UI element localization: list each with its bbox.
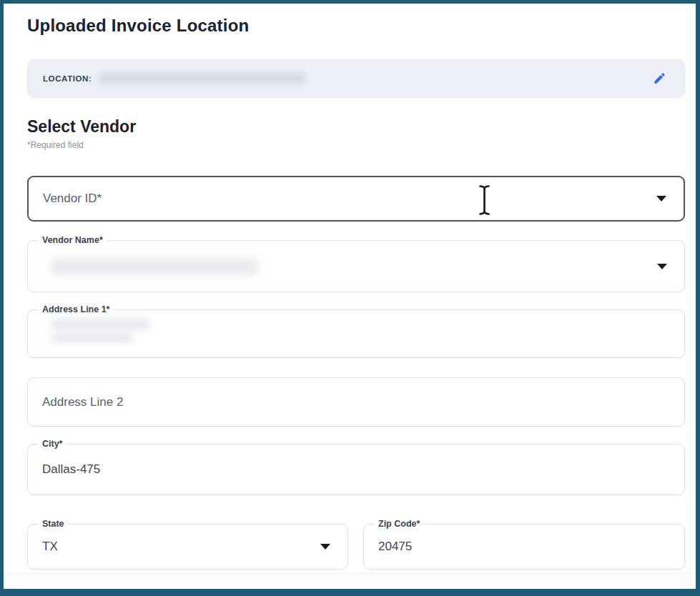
city-field[interactable]: City* Dallas-475 [27,444,685,495]
section-title: Select Vendor [27,117,685,136]
state-label: State [38,518,69,530]
vendor-id-label: Vendor ID* [43,192,102,206]
address-line-1-label: Address Line 1* [38,304,114,316]
zip-code-value: 20475 [378,540,412,554]
bottom-strip [4,573,692,586]
vendor-name-value-redacted [51,258,258,275]
chevron-down-icon [657,263,667,269]
address-line-2-placeholder: Address Line 2 [42,395,123,409]
state-value: TX [42,540,58,554]
page-title: Uploaded Invoice Location [27,16,685,36]
zip-code-field[interactable]: Zip Code* 20475 [363,524,685,570]
chevron-down-icon [320,544,330,550]
address-line-1-field[interactable]: Address Line 1* [27,309,685,358]
required-field-note: *Required field [27,140,685,150]
location-bar: LOCATION: [27,59,685,97]
location-label: LOCATION: [43,74,92,83]
screenshot-frame: Uploaded Invoice Location LOCATION: Sele… [0,0,700,596]
city-value: Dallas-475 [42,462,100,477]
zip-code-label: Zip Code* [374,518,424,530]
city-label: City* [38,438,66,450]
state-select[interactable]: State TX [27,524,348,570]
vendor-id-select[interactable]: Vendor ID* [27,176,685,222]
vendor-name-select[interactable]: Vendor Name* [27,240,685,292]
address-line-1-value-redacted [51,319,149,330]
chevron-down-icon [656,196,666,202]
edit-location-button[interactable] [649,69,669,89]
pencil-icon [653,71,666,85]
vendor-name-label: Vendor Name* [38,234,107,247]
address-line-1-value-redacted [51,333,134,343]
text-cursor-icon [477,184,492,219]
state-zip-row: State TX Zip Code* 20475 [27,524,685,570]
location-value-redacted [99,73,306,84]
address-line-2-field[interactable]: Address Line 2 [27,377,685,427]
